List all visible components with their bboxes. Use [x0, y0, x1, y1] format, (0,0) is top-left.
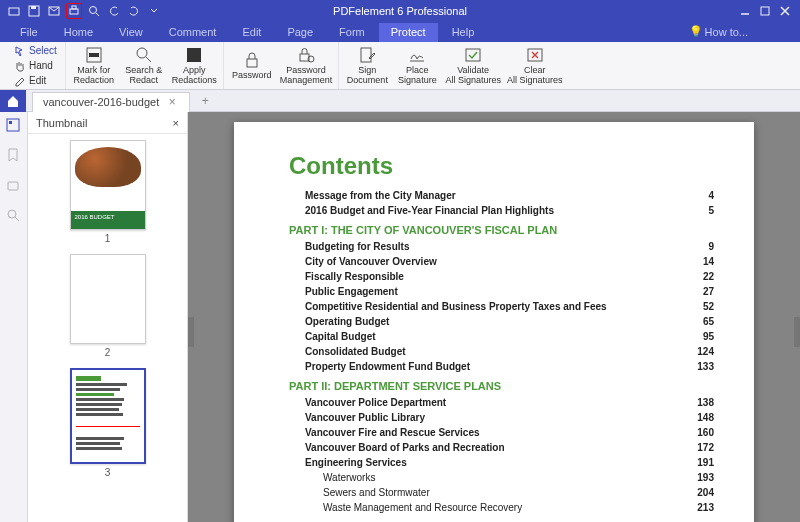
sidebar-rail: [0, 112, 28, 522]
mark-redaction-button[interactable]: Mark forRedaction: [72, 45, 116, 86]
ribbon-group-redact: Mark forRedaction Search &Redact ApplyRe…: [66, 42, 224, 89]
edit-tool[interactable]: Edit: [12, 74, 59, 88]
sign-document-button[interactable]: SignDocument: [345, 45, 389, 86]
toc-row[interactable]: Vancouver Board of Parks and Recreation1…: [289, 440, 714, 455]
menu-file[interactable]: File: [8, 23, 50, 42]
hand-tool[interactable]: Hand: [12, 59, 59, 73]
attachments-icon[interactable]: [6, 178, 22, 194]
toc-row[interactable]: Capital Budget95: [289, 329, 714, 344]
svg-rect-20: [466, 49, 480, 61]
svg-rect-11: [89, 53, 99, 57]
toc-subrow[interactable]: Waterworks193: [289, 470, 714, 485]
document-tab[interactable]: vancouver-2016-budget ×: [32, 92, 190, 112]
page-view[interactable]: Contents Message from the City Manager42…: [188, 112, 800, 522]
ribbon-group-tools: Select Hand Edit: [6, 42, 66, 89]
toc-row[interactable]: Consolidated Budget124: [289, 344, 714, 359]
thumbnail-page-3[interactable]: 3: [28, 368, 187, 478]
workspace: Thumbnail × 2016 BUDGET 1 2: [0, 112, 800, 522]
quick-access-toolbar: [0, 3, 162, 19]
svg-point-12: [137, 48, 147, 58]
undo-icon[interactable]: [106, 3, 122, 19]
thumbnails-icon[interactable]: [6, 118, 22, 134]
thumbnail-panel-header: Thumbnail ×: [28, 112, 187, 134]
toc-row[interactable]: Public Engagement27: [289, 284, 714, 299]
validate-signatures-button[interactable]: ValidateAll Signatures: [445, 45, 501, 86]
search-panel-icon[interactable]: [6, 208, 22, 224]
svg-rect-9: [761, 7, 769, 15]
panel-close-button[interactable]: ×: [173, 117, 179, 129]
password-button[interactable]: Password: [230, 45, 274, 86]
menu-protect[interactable]: Protect: [379, 23, 438, 42]
menu-comment[interactable]: Comment: [157, 23, 229, 42]
svg-rect-24: [8, 182, 18, 190]
table-of-contents: Message from the City Manager42016 Budge…: [289, 188, 714, 515]
clear-signatures-button[interactable]: ClearAll Signatures: [507, 45, 563, 86]
svg-line-26: [15, 217, 19, 221]
pane-handle-right[interactable]: [794, 317, 800, 347]
title-bar: PDFelement 6 Professional: [0, 0, 800, 22]
toc-row[interactable]: Engineering Services191: [289, 455, 714, 470]
toc-row[interactable]: City of Vancouver Overview14: [289, 254, 714, 269]
menu-help[interactable]: Help: [440, 23, 487, 42]
tab-label: vancouver-2016-budget: [43, 96, 159, 108]
svg-point-25: [8, 210, 16, 218]
search-redact-button[interactable]: Search &Redact: [122, 45, 166, 86]
menu-edit[interactable]: Edit: [230, 23, 273, 42]
svg-rect-18: [361, 48, 371, 62]
svg-rect-4: [70, 9, 78, 14]
thumbnail-title: Thumbnail: [36, 117, 87, 129]
toc-row[interactable]: 2016 Budget and Five-Year Financial Plan…: [289, 203, 714, 218]
password-management-button[interactable]: PasswordManagement: [280, 45, 333, 86]
toc-row[interactable]: Vancouver Public Library148: [289, 410, 714, 425]
svg-line-7: [96, 13, 99, 16]
mail-icon[interactable]: [46, 3, 62, 19]
menu-page[interactable]: Page: [275, 23, 325, 42]
ribbon-group-password: Password PasswordManagement: [224, 42, 340, 89]
print-icon[interactable]: [66, 3, 82, 19]
toc-row[interactable]: Vancouver Police Department138: [289, 395, 714, 410]
thumbnail-page-1[interactable]: 2016 BUDGET 1: [28, 140, 187, 244]
pane-handle-left[interactable]: [188, 317, 194, 347]
thumbnail-list[interactable]: 2016 BUDGET 1 2 3: [28, 134, 187, 522]
tab-home-icon[interactable]: [0, 90, 26, 112]
toc-row[interactable]: Fiscally Responsible22: [289, 269, 714, 284]
toc-row[interactable]: Operating Budget65: [289, 314, 714, 329]
place-signature-button[interactable]: PlaceSignature: [395, 45, 439, 86]
tab-close-button[interactable]: ×: [165, 95, 179, 109]
menu-view[interactable]: View: [107, 23, 155, 42]
search-icon[interactable]: [86, 3, 102, 19]
apply-redactions-button[interactable]: ApplyRedactions: [172, 45, 217, 86]
redo-icon[interactable]: [126, 3, 142, 19]
svg-rect-0: [9, 8, 19, 15]
menu-form[interactable]: Form: [327, 23, 377, 42]
toc-row[interactable]: Message from the City Manager4: [289, 188, 714, 203]
maximize-button[interactable]: [756, 4, 774, 18]
svg-rect-14: [187, 48, 201, 62]
toc-subrow[interactable]: Waste Management and Resource Recovery21…: [289, 500, 714, 515]
close-button[interactable]: [776, 4, 794, 18]
toc-subrow[interactable]: Sewers and Stormwater204: [289, 485, 714, 500]
thumbnail-page-2[interactable]: 2: [28, 254, 187, 358]
bookmark-icon[interactable]: [6, 148, 22, 164]
toc-row[interactable]: Competitive Residential and Business Pro…: [289, 299, 714, 314]
toc-row[interactable]: Property Endowment Fund Budget133: [289, 359, 714, 374]
svg-rect-22: [7, 119, 19, 131]
ribbon-group-sign: SignDocument PlaceSignature ValidateAll …: [339, 42, 568, 89]
qat-drop-icon[interactable]: [146, 3, 162, 19]
select-tool[interactable]: Select: [12, 44, 59, 58]
thumbnail-panel: Thumbnail × 2016 BUDGET 1 2: [28, 112, 188, 522]
toc-section-heading: PART I: THE CITY OF VANCOUVER'S FISCAL P…: [289, 224, 714, 236]
contents-heading: Contents: [289, 152, 714, 180]
open-icon[interactable]: [6, 3, 22, 19]
toc-row[interactable]: Budgeting for Results9: [289, 239, 714, 254]
svg-line-13: [146, 57, 151, 62]
how-to-hint[interactable]: 💡 How to...: [689, 25, 748, 38]
toc-row[interactable]: Vancouver Fire and Rescue Services160: [289, 425, 714, 440]
toc-section-heading: PART II: DEPARTMENT SERVICE PLANS: [289, 380, 714, 392]
minimize-button[interactable]: [736, 4, 754, 18]
menu-home[interactable]: Home: [52, 23, 105, 42]
bulb-icon: 💡: [689, 25, 703, 38]
svg-rect-5: [72, 6, 76, 9]
new-tab-button[interactable]: +: [198, 94, 212, 108]
save-icon[interactable]: [26, 3, 42, 19]
